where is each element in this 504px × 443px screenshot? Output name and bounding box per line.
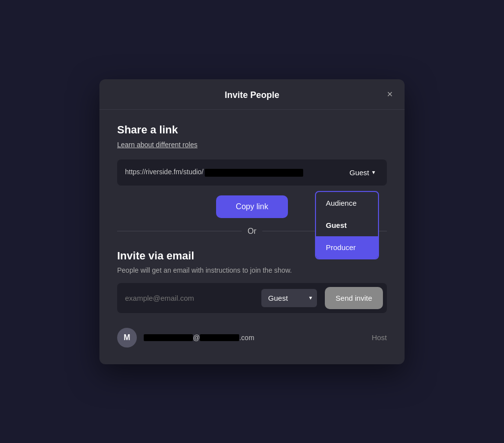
user-email: @ .com [144, 334, 365, 342]
email-suffix: .com [239, 334, 254, 342]
link-row: https://riverside.fm/studio/ Guest ▾ Aud… [117, 159, 387, 186]
modal-header: Invite People × [99, 79, 405, 110]
url-redacted [205, 169, 303, 177]
modal-title: Invite People [224, 90, 279, 100]
role-dropdown-button[interactable]: Guest ▾ [346, 166, 379, 179]
send-invite-wrapper: Send invite [321, 283, 387, 313]
link-url: https://riverside.fm/studio/ [125, 168, 346, 176]
invite-modal: Invite People × Share a link Learn about… [99, 79, 405, 364]
learn-roles-link[interactable]: Learn about different roles [117, 141, 197, 149]
invite-email-description: People will get an email with instructio… [117, 266, 387, 274]
email-role-select[interactable]: Guest Audience Producer [261, 289, 317, 307]
dropdown-item-producer[interactable]: Producer [316, 236, 378, 258]
role-dropdown-menu: Audience Guest Producer [315, 191, 379, 259]
invite-email-section: Invite via email People will get an emai… [117, 250, 387, 350]
send-invite-button[interactable]: Send invite [325, 287, 383, 309]
chevron-down-icon: ▾ [372, 169, 375, 176]
table-row: M @ .com Host [117, 325, 387, 350]
email-redacted-part1 [144, 334, 193, 341]
close-button[interactable]: × [385, 87, 395, 101]
copy-link-button[interactable]: Copy link [216, 195, 288, 218]
share-link-title: Share a link [117, 124, 387, 136]
email-role-wrapper: Guest Audience Producer [261, 289, 317, 307]
share-link-section: Share a link Learn about different roles… [117, 124, 387, 236]
email-input[interactable] [117, 286, 257, 310]
user-role-label: Host [372, 333, 387, 342]
invited-users-list: M @ .com Host [117, 325, 387, 350]
email-input-row: Guest Audience Producer Send invite [117, 283, 387, 313]
avatar: M [117, 328, 137, 348]
email-redacted-part2 [200, 334, 239, 341]
role-dropdown-wrapper: Guest ▾ Audience Guest Producer [346, 166, 379, 179]
modal-body: Share a link Learn about different roles… [99, 110, 405, 364]
dropdown-item-guest[interactable]: Guest [316, 214, 378, 236]
dropdown-item-audience[interactable]: Audience [316, 192, 378, 214]
email-at-symbol: @ [193, 334, 200, 342]
